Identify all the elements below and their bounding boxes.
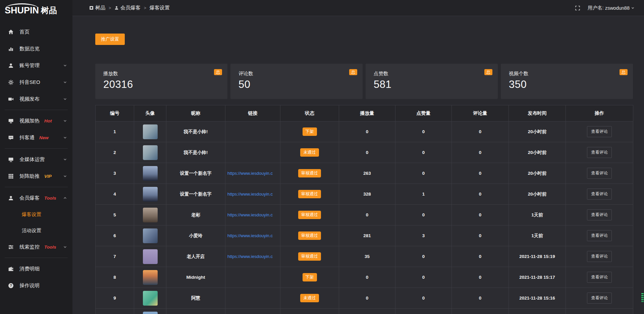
video-link[interactable]: https://www.iesdouyin.c xyxy=(227,212,273,217)
chevron-down-icon xyxy=(63,119,67,123)
breadcrumb-item-shupin[interactable]: 树品 xyxy=(89,5,105,11)
avatar xyxy=(143,208,158,222)
breadcrumb-item-baoke-settings[interactable]: 爆客设置 xyxy=(150,5,170,11)
breadcrumb-separator: > xyxy=(109,6,111,10)
publish-time: 20小时前 xyxy=(509,163,566,184)
avatar xyxy=(143,228,158,243)
row-id: 8 xyxy=(96,267,134,288)
view-comments-button[interactable]: 查看评论 xyxy=(587,209,612,220)
status-badge: 下架 xyxy=(303,127,317,136)
column-header: 发布时间 xyxy=(509,105,566,121)
chevron-down-icon xyxy=(63,97,67,101)
row-id: 6 xyxy=(96,225,134,246)
play-count: 0 xyxy=(339,267,395,288)
sidebar-item-home[interactable]: 首页 xyxy=(0,23,72,40)
sidebar-divider xyxy=(5,187,68,187)
sidebar-subitem-baoke-settings[interactable]: 爆客设置 xyxy=(0,206,72,222)
sidebar-item-douketong[interactable]: 抖客通 New xyxy=(0,129,72,146)
sliders-icon xyxy=(8,244,14,250)
total-badge: 总 xyxy=(620,69,628,75)
sidebar-item-video-heating[interactable]: 视频加热 Hot xyxy=(0,112,72,129)
fullscreen-icon[interactable] xyxy=(575,5,580,11)
play-count: 328 xyxy=(339,184,395,205)
sidebar-item-clue-monitoring[interactable]: 线索监控 Tools xyxy=(0,239,72,255)
sidebar-subitem-label: 爆客设置 xyxy=(22,211,41,218)
view-comments-button[interactable]: 查看评论 xyxy=(587,230,612,241)
promotion-settings-button[interactable]: 推广设置 xyxy=(95,34,125,45)
play-count: 35 xyxy=(339,246,395,267)
view-comments-button[interactable]: 查看评论 xyxy=(587,147,612,158)
tools-tag: Tools xyxy=(44,196,56,201)
like-count: 0 xyxy=(395,288,452,309)
row-id: 7 xyxy=(96,246,134,267)
new-tag: New xyxy=(39,135,49,140)
main-content: 推广设置 播放数 总 20316 评论数 总 50 点赞数 总 581 视频个数… xyxy=(72,16,644,314)
sidebar-item-label: 会员爆客 xyxy=(19,195,40,201)
sidebar-item-all-media-operation[interactable]: 全媒体运营 xyxy=(0,151,72,168)
row-id: 5 xyxy=(96,205,134,225)
view-comments-button[interactable]: 查看评论 xyxy=(587,126,612,137)
comment-count: 0 xyxy=(452,205,509,225)
status-badge: 下架 xyxy=(303,273,317,281)
sidebar-item-video-publish[interactable]: 视频发布 xyxy=(0,91,72,107)
view-comments-button[interactable]: 查看评论 xyxy=(587,272,612,283)
sidebar-item-label: 全媒体运营 xyxy=(19,156,45,163)
stat-value: 581 xyxy=(374,78,490,91)
breadcrumb-label: 爆客设置 xyxy=(150,5,170,11)
column-header: 播放量 xyxy=(339,105,395,121)
sidebar-divider xyxy=(5,148,68,149)
avatar xyxy=(143,291,158,306)
column-header: 昵称 xyxy=(166,105,225,121)
sidebar-divider xyxy=(5,110,68,110)
sidebar-item-member-baoke[interactable]: 会员爆客 Tools xyxy=(0,190,72,206)
user-menu[interactable]: 用户名: zswodun88 xyxy=(588,5,635,11)
monitor-icon xyxy=(8,157,14,162)
view-comments-button[interactable]: 查看评论 xyxy=(587,251,612,262)
sidebar-item-spending-details[interactable]: 消费明细 xyxy=(0,260,72,277)
view-comments-button[interactable]: 查看评论 xyxy=(587,293,612,304)
chevron-up-icon xyxy=(63,196,67,200)
user-icon xyxy=(8,195,14,201)
table-row: 6 小爱玲 https://www.iesdouyin.c 审核通过 281 3… xyxy=(96,225,633,246)
like-count: 0 xyxy=(395,267,452,288)
sidebar-item-label: 抖音SEO xyxy=(19,79,40,86)
stat-value: 50 xyxy=(238,78,355,91)
stat-card: 播放数 总 20316 xyxy=(95,64,227,99)
sidebar-item-account-management[interactable]: 账号管理 xyxy=(0,57,72,74)
play-count: 0 xyxy=(339,142,395,163)
sidebar-item-data-overview[interactable]: 数据总览 xyxy=(0,40,72,57)
status-badge: 未通过 xyxy=(300,294,319,302)
chevron-down-icon xyxy=(63,63,67,67)
vip-tag: VIP xyxy=(44,174,52,179)
module-icon xyxy=(89,6,94,10)
video-link[interactable]: https://www.iesdouyin.c xyxy=(227,171,273,176)
status-badge: 审核通过 xyxy=(298,211,321,219)
total-badge: 总 xyxy=(349,69,357,75)
video-link[interactable]: https://www.iesdouyin.c xyxy=(227,233,273,238)
sidebar-item-operation-guide[interactable]: ? 操作说明 xyxy=(0,277,72,294)
sidebar-item-label: 首页 xyxy=(19,29,30,35)
chevron-down-icon xyxy=(63,80,67,84)
video-link[interactable]: https://www.iesdouyin.c xyxy=(227,254,273,259)
video-link[interactable]: https://www.iesdouyin.c xyxy=(227,192,273,197)
stat-card: 评论数 总 50 xyxy=(230,64,363,99)
avatar xyxy=(143,270,158,285)
sidebar-subitem-activity-settings[interactable]: 活动设置 xyxy=(0,222,72,239)
publish-time: 20小时前 xyxy=(509,142,566,163)
monitor-play-icon xyxy=(8,118,14,124)
sidebar-item-matrix-boost[interactable]: 矩阵助推 VIP xyxy=(0,168,72,185)
scrollbar-thumb[interactable] xyxy=(641,293,644,302)
row-id: 2 xyxy=(96,142,134,163)
breadcrumb-item-member-baoke[interactable]: 会员爆客 xyxy=(114,5,141,11)
breadcrumb-label: 树品 xyxy=(95,5,105,11)
breadcrumb-separator: > xyxy=(144,6,146,10)
view-comments-button[interactable]: 查看评论 xyxy=(587,168,612,179)
publish-time: 1天前 xyxy=(509,205,566,225)
video-camera-icon xyxy=(8,96,14,102)
stat-card: 点赞数 总 581 xyxy=(366,64,498,99)
view-comments-button[interactable]: 查看评论 xyxy=(587,189,612,200)
publish-time: 2021-11-28 15:19 xyxy=(509,246,566,267)
column-header: 评论量 xyxy=(452,105,509,121)
column-header: 编号 xyxy=(96,105,134,121)
sidebar-item-douyin-seo[interactable]: 抖音SEO xyxy=(0,74,72,91)
